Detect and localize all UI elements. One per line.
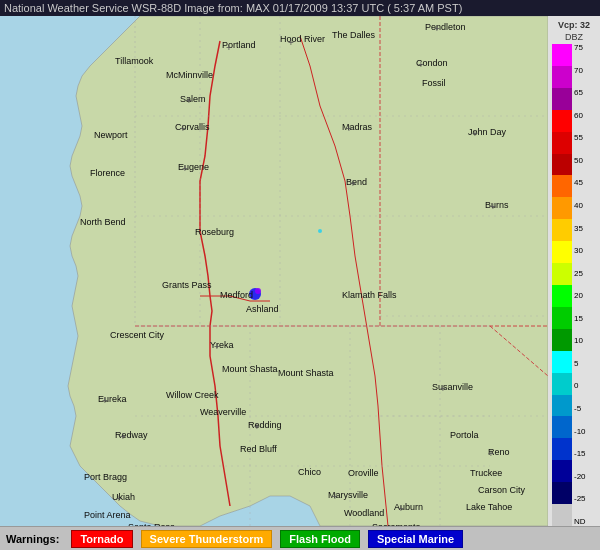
svg-text:+: + [332,491,338,502]
svg-text:Roseburg: Roseburg [195,227,234,237]
svg-text:Tillamook: Tillamook [115,56,154,66]
svg-text:Woodland: Woodland [344,508,384,518]
svg-text:Salem: Salem [180,94,206,104]
map-canvas: Tillamook Portland Hood River Pendleton … [0,16,548,526]
svg-text:Pendleton: Pendleton [425,22,466,32]
svg-text:+: + [116,493,122,504]
map-svg: Tillamook Portland Hood River Pendleton … [0,16,548,526]
legend-labels: 757065605550454035302520151050-5-10-15-2… [572,44,596,526]
svg-text:Klamath Falls: Klamath Falls [342,290,397,300]
warnings-bar: Warnings: Tornado Severe Thunderstorm Fl… [0,526,600,550]
svg-text:Truckee: Truckee [470,468,502,478]
header-title: National Weather Service WSR-88D Image f… [4,2,462,14]
svg-text:Chico: Chico [298,467,321,477]
svg-point-7 [318,229,322,233]
svg-text:+: + [186,95,192,106]
svg-text:Hood River: Hood River [280,34,325,44]
special-marine-warning-badge[interactable]: Special Marine [368,530,463,548]
svg-text:Oroville: Oroville [348,468,379,478]
color-bar-container: 757065605550454035302520151050-5-10-15-2… [552,44,596,526]
svg-text:+: + [488,448,494,459]
svg-text:Grants Pass: Grants Pass [162,280,212,290]
svg-text:Port Bragg: Port Bragg [84,472,127,482]
svg-text:Fossil: Fossil [422,78,446,88]
svg-text:Burns: Burns [485,200,509,210]
svg-text:+: + [182,163,188,174]
svg-point-6 [255,288,261,294]
svg-text:Florence: Florence [90,168,125,178]
svg-marker-0 [68,16,548,526]
svg-text:Crescent City: Crescent City [110,330,165,340]
severe-thunderstorm-warning-badge[interactable]: Severe Thunderstorm [141,530,273,548]
svg-text:+: + [398,503,404,514]
svg-text:+: + [102,395,108,406]
svg-text:McMinnville: McMinnville [166,70,213,80]
flash-flood-warning-badge[interactable]: Flash Flood [280,530,360,548]
svg-text:+: + [288,37,294,48]
svg-text:Lake Tahoe: Lake Tahoe [466,502,512,512]
svg-text:+: + [214,341,220,352]
svg-text:+: + [120,431,126,442]
svg-text:Red Bluff: Red Bluff [240,444,277,454]
svg-text:Point Arena: Point Arena [84,510,131,520]
map-area: Tillamook Portland Hood River Pendleton … [0,16,600,526]
legend-title: Vcp: 32 [558,20,590,30]
svg-text:+: + [472,128,478,139]
svg-text:+: + [226,42,232,53]
tornado-warning-badge[interactable]: Tornado [71,530,132,548]
svg-text:Newport: Newport [94,130,128,140]
svg-text:+: + [346,123,352,134]
legend-panel: Vcp: 32 DBZ 7570656055504540353025201510… [548,16,600,526]
svg-text:+: + [490,201,496,212]
main-container: National Weather Service WSR-88D Image f… [0,0,600,550]
svg-text:+: + [376,523,382,526]
svg-text:+: + [440,383,446,394]
header-bar: National Weather Service WSR-88D Image f… [0,0,600,16]
svg-text:Portola: Portola [450,430,479,440]
svg-text:Ashland: Ashland [246,304,279,314]
svg-text:Mount Shasta: Mount Shasta [222,364,278,374]
warnings-label: Warnings: [6,533,59,545]
color-bar [552,44,572,526]
svg-text:+: + [180,123,186,134]
svg-text:+: + [418,59,424,70]
svg-text:North Bend: North Bend [80,217,126,227]
svg-text:+: + [254,421,260,432]
svg-text:Carson City: Carson City [478,485,526,495]
svg-text:Medford: Medford [220,290,253,300]
svg-text:+: + [350,178,356,189]
svg-text:+: + [434,23,440,34]
legend-unit: DBZ [565,32,583,42]
svg-text:Santa Rosa: Santa Rosa [128,522,175,526]
svg-text:Mount Shasta: Mount Shasta [278,368,334,378]
svg-text:Willow Creek: Willow Creek [166,390,219,400]
svg-text:Weaverville: Weaverville [200,407,246,417]
svg-text:Susanville: Susanville [432,382,473,392]
svg-text:The Dalles: The Dalles [332,30,376,40]
